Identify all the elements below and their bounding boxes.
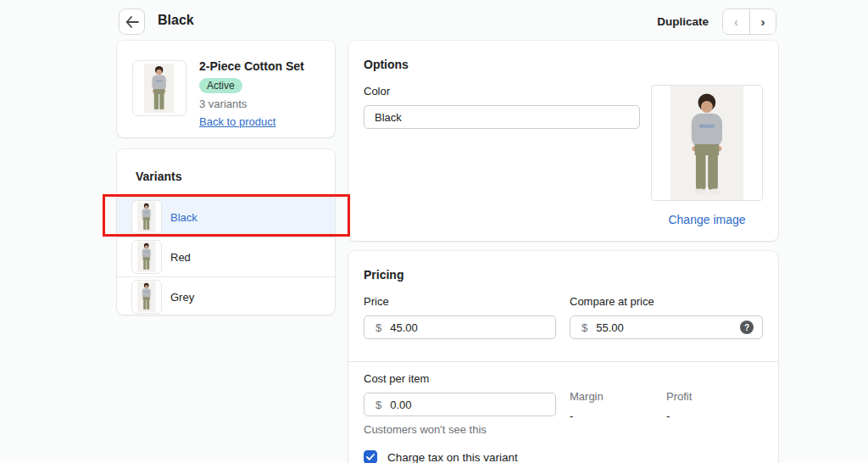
cost-field-group: Cost per item $ Customers won't see this — [364, 372, 556, 437]
compare-price-label: Compare at price — [570, 295, 763, 309]
variant-label: Grey — [170, 291, 194, 304]
variant-thumbnail — [131, 200, 162, 234]
header-actions: Duplicate ‹ › — [655, 8, 776, 35]
price-field-label: Price — [364, 295, 556, 309]
variant-photo — [670, 86, 743, 200]
cost-input-wrap: $ — [364, 393, 556, 416]
price-input-wrap: $ — [364, 315, 556, 339]
variant-thumbnail — [131, 240, 162, 274]
pricing-card-title: Pricing — [364, 268, 763, 282]
profit-block: Profit - — [666, 390, 763, 437]
variant-pager: ‹ › — [722, 8, 776, 35]
cost-input[interactable] — [390, 399, 547, 411]
back-to-product-link[interactable]: Back to product — [199, 115, 275, 128]
chevron-right-icon: › — [761, 15, 765, 28]
pricing-card: Pricing Price $ Compare at price $ ? — [348, 251, 778, 463]
profit-label: Profit — [666, 390, 763, 404]
options-card: Options Color Change image — [348, 41, 778, 241]
cost-field-label: Cost per item — [364, 372, 556, 386]
currency-prefix: $ — [581, 321, 587, 334]
compare-price-input-wrap: $ ? — [570, 315, 763, 339]
duplicate-button[interactable]: Duplicate — [655, 12, 710, 31]
variant-label: Black — [170, 211, 198, 224]
tax-checkbox-label: Charge tax on this variant — [387, 451, 518, 463]
cost-help-text: Customers won't see this — [364, 423, 556, 437]
chevron-left-icon: ‹ — [734, 15, 738, 28]
help-icon[interactable]: ? — [740, 321, 754, 334]
variant-edit-page: Black Duplicate ‹ › 2-Piece Cotton Set A… — [0, 0, 868, 463]
status-badge: Active — [199, 78, 242, 93]
color-input[interactable] — [364, 105, 640, 129]
product-info: 2-Piece Cotton Set Active 3 variants Bac… — [199, 59, 304, 129]
variant-label: Red — [170, 251, 191, 264]
variant-thumbnail — [131, 280, 162, 314]
variant-row-black[interactable]: Black — [117, 197, 335, 237]
currency-prefix: $ — [376, 399, 381, 411]
product-title: 2-Piece Cotton Set — [199, 59, 304, 73]
currency-prefix: $ — [376, 321, 381, 334]
tax-row: Charge tax on this variant — [364, 450, 763, 463]
product-thumbnail — [132, 60, 186, 116]
options-card-title: Options — [364, 58, 763, 71]
margin-value: - — [570, 410, 666, 423]
check-icon — [366, 454, 375, 460]
pricing-divider — [348, 361, 778, 362]
margin-label: Margin — [570, 390, 666, 404]
variant-row-red[interactable]: Red — [117, 237, 335, 276]
compare-price-field-group: Compare at price $ ? — [570, 295, 763, 339]
variant-row-grey[interactable]: Grey — [117, 276, 335, 316]
compare-price-input[interactable] — [596, 321, 740, 334]
price-row: Price $ Compare at price $ ? — [364, 295, 763, 339]
variant-image — [651, 85, 763, 201]
tax-checkbox[interactable] — [364, 450, 377, 463]
variant-image-block: Change image — [651, 85, 763, 226]
back-button[interactable] — [119, 8, 145, 35]
color-field-label: Color — [364, 85, 640, 98]
change-image-link[interactable]: Change image — [651, 213, 763, 226]
options-body: Color Change image — [364, 85, 763, 226]
color-field-group: Color — [364, 85, 640, 226]
back-arrow-icon — [125, 16, 139, 28]
variants-card: Variants Black Red Grey — [117, 149, 335, 315]
cost-row: Cost per item $ Customers won't see this… — [364, 372, 763, 437]
previous-variant-button[interactable]: ‹ — [723, 9, 749, 34]
next-variant-button[interactable]: › — [749, 9, 776, 34]
product-summary-card: 2-Piece Cotton Set Active 3 variants Bac… — [117, 41, 335, 137]
variants-card-title: Variants — [117, 149, 335, 197]
profit-value: - — [666, 410, 763, 423]
page-title: Black — [158, 13, 194, 28]
price-field-group: Price $ — [364, 295, 556, 339]
variants-count: 3 variants — [199, 98, 304, 111]
margin-profit-block: Margin - Profit - — [570, 372, 763, 437]
price-input[interactable] — [390, 321, 547, 334]
margin-block: Margin - — [570, 390, 666, 437]
